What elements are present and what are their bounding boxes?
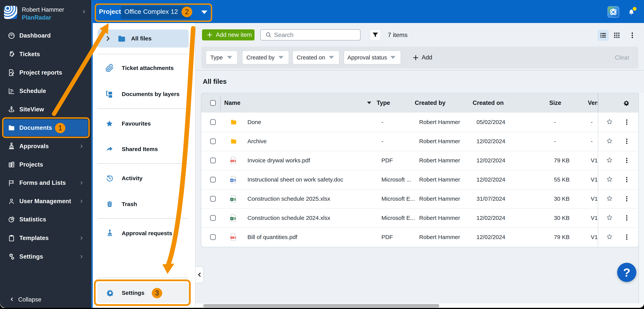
svg-text:PDF: PDF (230, 160, 234, 162)
svg-text:W: W (231, 179, 233, 182)
svg-text:X: X (231, 217, 233, 220)
svg-text:X: X (231, 198, 233, 201)
svg-text:PDF: PDF (230, 237, 234, 239)
